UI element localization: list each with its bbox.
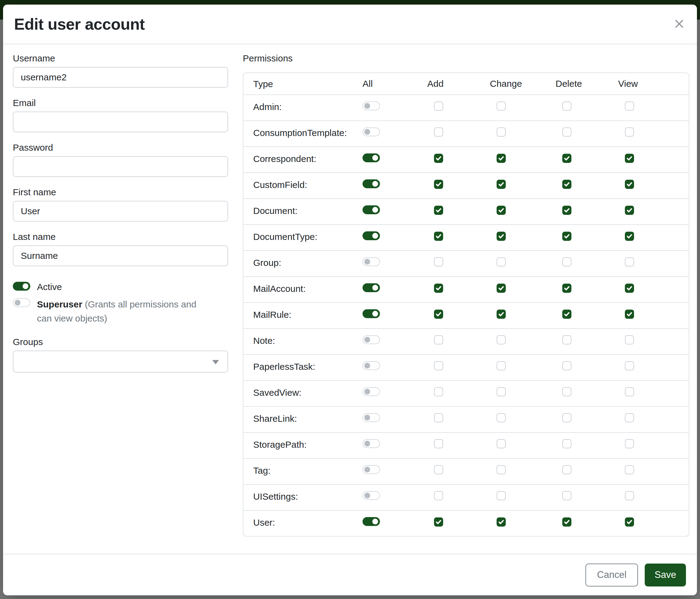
permission-all-toggle[interactable] xyxy=(362,231,380,240)
permission-all-toggle[interactable] xyxy=(362,127,380,136)
permission-view-checkbox[interactable] xyxy=(625,387,634,397)
password-input[interactable] xyxy=(13,156,228,177)
permission-view-checkbox[interactable] xyxy=(625,413,634,422)
permission-all-toggle[interactable] xyxy=(362,413,380,422)
permission-add-checkbox[interactable] xyxy=(434,180,443,189)
permission-delete-checkbox[interactable] xyxy=(562,232,571,241)
permission-delete-checkbox[interactable] xyxy=(562,127,571,137)
permission-delete-checkbox[interactable] xyxy=(562,310,571,319)
permission-change-checkbox[interactable] xyxy=(497,232,506,241)
permission-add-checkbox[interactable] xyxy=(434,127,443,137)
permission-all-toggle[interactable] xyxy=(362,101,380,110)
permission-add-checkbox[interactable] xyxy=(434,413,443,422)
permission-delete-checkbox[interactable] xyxy=(562,335,571,344)
permission-view-checkbox[interactable] xyxy=(625,335,634,344)
permission-add-checkbox[interactable] xyxy=(434,465,443,474)
permission-view-checkbox[interactable] xyxy=(625,101,634,111)
permission-all-toggle[interactable] xyxy=(362,206,380,214)
permission-change-checkbox[interactable] xyxy=(497,284,506,293)
permissions-rows: Admin: ConsumptionTemplate: Corresponden… xyxy=(243,94,689,536)
permission-add-checkbox[interactable] xyxy=(434,206,443,215)
permission-change-checkbox[interactable] xyxy=(497,206,506,215)
superuser-toggle[interactable] xyxy=(13,298,30,307)
permission-change-checkbox[interactable] xyxy=(497,310,506,319)
permission-delete-checkbox[interactable] xyxy=(562,413,571,422)
permission-add-checkbox[interactable] xyxy=(434,257,443,266)
permission-change-checkbox[interactable] xyxy=(497,518,506,527)
permission-all-toggle[interactable] xyxy=(362,439,380,448)
permission-add-checkbox[interactable] xyxy=(434,154,443,163)
permission-view-checkbox[interactable] xyxy=(625,206,634,215)
permission-delete-checkbox[interactable] xyxy=(562,101,571,111)
permission-delete-checkbox[interactable] xyxy=(562,465,571,474)
permission-change-checkbox[interactable] xyxy=(497,413,506,422)
permission-add-checkbox[interactable] xyxy=(434,232,443,241)
permission-change-checkbox[interactable] xyxy=(497,127,506,137)
permission-add-checkbox[interactable] xyxy=(434,284,443,293)
permission-change-checkbox[interactable] xyxy=(497,335,506,344)
permission-add-checkbox[interactable] xyxy=(434,518,443,527)
permission-change-checkbox[interactable] xyxy=(497,387,506,397)
permission-view-checkbox[interactable] xyxy=(625,465,634,474)
permission-delete-checkbox[interactable] xyxy=(562,518,571,527)
permission-add-checkbox[interactable] xyxy=(434,335,443,344)
permission-view-checkbox[interactable] xyxy=(625,257,634,266)
permission-all-toggle[interactable] xyxy=(362,153,380,162)
permission-view-checkbox[interactable] xyxy=(625,127,634,137)
permission-all-toggle[interactable] xyxy=(362,283,380,292)
permission-all-toggle[interactable] xyxy=(362,387,380,396)
permission-change-checkbox[interactable] xyxy=(497,180,506,189)
permission-delete-checkbox[interactable] xyxy=(562,180,571,189)
permission-all-toggle[interactable] xyxy=(362,335,380,344)
permission-type-label: User: xyxy=(243,517,362,528)
permission-change-checkbox[interactable] xyxy=(497,361,506,370)
permission-add-checkbox[interactable] xyxy=(434,387,443,397)
email-input[interactable] xyxy=(13,112,228,132)
permission-delete-checkbox[interactable] xyxy=(562,284,571,293)
active-toggle[interactable] xyxy=(13,282,30,291)
permission-all-toggle[interactable] xyxy=(362,517,380,526)
permission-view-checkbox[interactable] xyxy=(625,284,634,293)
first-name-input[interactable] xyxy=(13,201,228,221)
permission-view-checkbox[interactable] xyxy=(625,310,634,319)
groups-select[interactable] xyxy=(13,351,228,373)
last-name-input[interactable] xyxy=(13,245,228,266)
permission-delete-checkbox[interactable] xyxy=(562,257,571,266)
permission-type-label: SavedView: xyxy=(243,387,362,398)
permission-delete-checkbox[interactable] xyxy=(562,361,571,370)
permission-all-toggle[interactable] xyxy=(362,179,380,188)
permission-add-checkbox[interactable] xyxy=(434,491,443,500)
username-input[interactable] xyxy=(13,67,228,88)
permission-add-checkbox[interactable] xyxy=(434,101,443,111)
permission-delete-checkbox[interactable] xyxy=(562,439,571,448)
permission-all-toggle[interactable] xyxy=(362,491,380,500)
permission-change-checkbox[interactable] xyxy=(497,154,506,163)
permission-view-checkbox[interactable] xyxy=(625,180,634,189)
permission-change-checkbox[interactable] xyxy=(497,491,506,500)
permission-view-checkbox[interactable] xyxy=(625,361,634,370)
permission-change-checkbox[interactable] xyxy=(497,101,506,111)
permission-view-checkbox[interactable] xyxy=(625,232,634,241)
permission-all-toggle[interactable] xyxy=(362,309,380,318)
permission-all-toggle[interactable] xyxy=(362,361,380,370)
close-button[interactable] xyxy=(671,16,688,33)
permission-view-checkbox[interactable] xyxy=(625,518,634,527)
permission-change-checkbox[interactable] xyxy=(497,257,506,266)
cancel-button[interactable]: Cancel xyxy=(585,564,638,586)
permission-view-checkbox[interactable] xyxy=(625,439,634,448)
permission-delete-checkbox[interactable] xyxy=(562,154,571,163)
page-title: Edit user account xyxy=(14,15,145,33)
permission-change-checkbox[interactable] xyxy=(497,439,506,448)
permission-add-checkbox[interactable] xyxy=(434,361,443,370)
permission-delete-checkbox[interactable] xyxy=(562,387,571,397)
permission-add-checkbox[interactable] xyxy=(434,439,443,448)
permission-view-checkbox[interactable] xyxy=(625,491,634,500)
permission-all-toggle[interactable] xyxy=(362,257,380,266)
permission-all-toggle[interactable] xyxy=(362,465,380,474)
permission-delete-checkbox[interactable] xyxy=(562,491,571,500)
permission-delete-checkbox[interactable] xyxy=(562,206,571,215)
permission-view-checkbox[interactable] xyxy=(625,154,634,163)
permission-add-checkbox[interactable] xyxy=(434,310,443,319)
save-button[interactable]: Save xyxy=(645,564,686,586)
permission-change-checkbox[interactable] xyxy=(497,465,506,474)
